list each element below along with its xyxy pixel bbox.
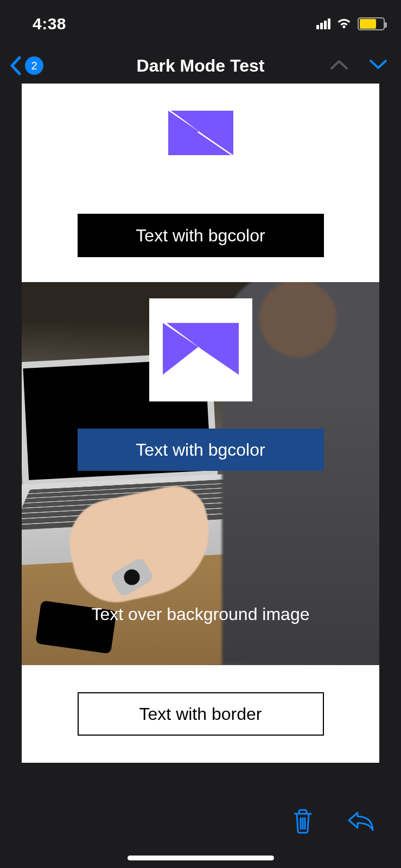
trash-icon <box>291 808 314 834</box>
message-body[interactable]: Text with bgcolor <box>0 84 401 763</box>
home-indicator[interactable] <box>128 856 274 860</box>
section-white: Text with bgcolor <box>22 84 379 282</box>
reply-button[interactable] <box>347 808 374 833</box>
border-button[interactable]: Text with border <box>78 692 324 736</box>
status-bar: 4:38 <box>0 0 401 48</box>
reply-icon <box>347 808 374 831</box>
overlay-text: Text over background image <box>22 604 379 624</box>
button-label: Text with bgcolor <box>136 226 265 246</box>
next-message-button[interactable] <box>368 59 388 73</box>
cell-signal-icon <box>316 18 330 29</box>
prev-message-button[interactable] <box>329 59 349 73</box>
campaign-monitor-logo-icon <box>22 111 379 155</box>
back-button[interactable]: 2 <box>9 55 43 76</box>
campaign-monitor-logo-icon <box>163 323 239 377</box>
bgcolor-black-button[interactable]: Text with bgcolor <box>78 214 324 257</box>
button-label: Text with border <box>139 704 262 724</box>
toolbar <box>0 799 401 868</box>
chevron-up-icon <box>329 59 349 71</box>
status-time: 4:38 <box>33 15 66 33</box>
section-border: Text with border <box>22 665 379 763</box>
status-icons <box>316 17 385 31</box>
section-bg-image: Text with bgcolor Text over background i… <box>22 282 379 665</box>
bgcolor-blue-button[interactable]: Text with bgcolor <box>78 429 324 471</box>
unread-badge: 2 <box>25 56 43 75</box>
nav-title: Dark Mode Test <box>137 56 265 76</box>
button-label: Text with bgcolor <box>136 440 265 460</box>
trash-button[interactable] <box>291 808 314 837</box>
chevron-down-icon <box>368 59 388 71</box>
nav-bar: 2 Dark Mode Test <box>0 48 401 84</box>
wifi-icon <box>336 17 352 31</box>
chevron-left-icon <box>9 55 22 76</box>
battery-icon <box>358 17 385 30</box>
logo-box <box>149 298 252 401</box>
